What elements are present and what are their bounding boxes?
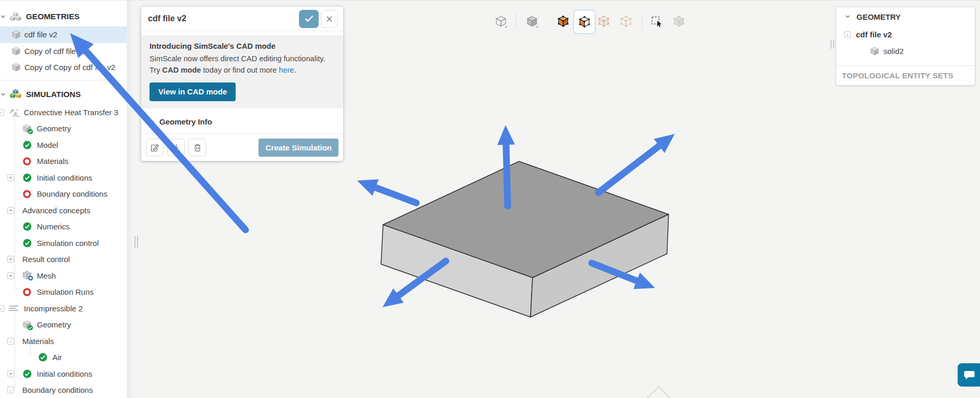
section-divider (0, 80, 128, 80)
sidebar-item-convective-heat-transfer-3[interactable]: -Convective Heat Transfer 3 (0, 104, 128, 121)
wireframe-view-icon (494, 15, 508, 28)
chevron-down-icon (0, 13, 6, 20)
check-circle-icon (38, 353, 48, 362)
sidebar-item-geometry[interactable]: Geometry (0, 317, 128, 333)
select-volumes-icon (556, 15, 570, 28)
close-icon (326, 16, 333, 22)
check-circle-icon (23, 173, 32, 182)
cube-icon (12, 30, 20, 39)
promo-line1: SimScale now offers direct CAD editing f… (149, 53, 335, 64)
sidebar-item-simulation-control[interactable]: Simulation control (0, 235, 128, 252)
cube-icon (12, 47, 20, 56)
cad-mode-promo: Introducing SimScale's CAD mode SimScale… (141, 35, 343, 108)
streamlines-icon (9, 305, 21, 311)
tree-expander[interactable]: + (7, 370, 14, 377)
select-vertices-icon (619, 15, 633, 28)
sidebar-item-initial-conditions[interactable]: +Initial conditions (0, 170, 128, 186)
download-button[interactable] (167, 139, 185, 156)
sidebar-item-simulation-runs[interactable]: Simulation Runs (0, 284, 128, 300)
toolbar-box-select-button[interactable] (646, 10, 667, 33)
cube-icon (870, 47, 879, 56)
sidebar-item-geometry[interactable]: Geometry (0, 120, 128, 137)
geometry-info-label: Geometry Info (159, 117, 212, 126)
sidebar-item-result-control[interactable]: +Result control (0, 251, 128, 268)
project-tree: GEOMETRIEScdf file v2Copy of cdf file v2… (0, 1, 128, 398)
tree-item-solid2[interactable]: solid2 (836, 43, 975, 59)
sidebar-scrollbar[interactable] (127, 1, 130, 398)
tree-item-cdf-file-v2[interactable]: - cdf file v2 (836, 26, 975, 43)
sidebar-item-copy-of-cdf-file-v2[interactable]: Copy of cdf file v2 (0, 43, 128, 60)
geometry-panel-title: cdf file v2 (148, 14, 299, 23)
toolbar-select-edges-button[interactable] (593, 10, 614, 33)
cube-icon (12, 63, 20, 72)
toolbar-select-vertices-button[interactable] (616, 10, 636, 33)
geometry-panel-header: cdf file v2 (141, 7, 343, 31)
sidebar-item-incompressible-2[interactable]: -Incompressible 2 (0, 300, 128, 317)
check-circle-icon (23, 369, 32, 378)
sidebar-item-air[interactable]: Air (0, 349, 128, 366)
chevron-down-icon (0, 91, 6, 98)
sidebar-item-numerics[interactable]: Numerics (0, 218, 128, 235)
section-header-simulations[interactable]: SIMULATIONS (0, 85, 128, 104)
toolbar-shaded-view-button[interactable] (522, 10, 542, 33)
error-ring-icon (23, 190, 32, 198)
confirm-button[interactable] (299, 10, 319, 28)
check-circle-icon (23, 239, 32, 248)
rename-button[interactable] (146, 139, 164, 156)
sidebar-item-boundary-conditions[interactable]: Boundary conditions (0, 186, 128, 202)
toolbar-select-volumes-button[interactable] (553, 10, 574, 33)
download-icon (172, 143, 181, 152)
create-simulation-button[interactable]: Create Simulation (258, 139, 338, 157)
cubes-gray-icon (10, 11, 21, 22)
toolbar-select-faces-button[interactable] (574, 10, 595, 34)
tree-expander[interactable]: - (7, 387, 14, 393)
mesh-icon (23, 271, 32, 281)
sidebar-item-advanced-concepts[interactable]: +Advanced concepts (0, 202, 128, 219)
toolbar-hidden-geometry-button[interactable] (669, 10, 689, 33)
support-chat-button[interactable] (958, 363, 980, 387)
cube-check-icon (23, 320, 32, 330)
geometry-info-section[interactable]: Geometry Info (141, 108, 343, 133)
chat-bubble-icon (963, 370, 975, 380)
shaded-view-icon (525, 15, 539, 28)
right-panel-resize-handle[interactable] (831, 40, 834, 49)
geometry-tree-header[interactable]: GEOMETRY (836, 7, 975, 26)
collapse-expander[interactable]: - (844, 31, 851, 38)
tree-expander[interactable]: - (0, 109, 4, 116)
sidebar-item-cdf-file-v2[interactable]: cdf file v2 (0, 26, 128, 43)
tree-expander[interactable]: - (0, 305, 4, 312)
tree-expander[interactable]: + (7, 256, 14, 263)
geometry-tree-panel: GEOMETRY - cdf file v2 solid2 TOPOLOGICA… (836, 7, 975, 86)
delete-button[interactable] (188, 139, 206, 156)
tree-expander[interactable]: + (7, 272, 14, 279)
view-in-cad-mode-button[interactable]: View in CAD mode (149, 83, 236, 101)
chevron-down-icon (149, 119, 155, 125)
check-circle-icon (23, 141, 32, 149)
sidebar-item-boundary-conditions[interactable]: -Boundary conditions (0, 382, 128, 398)
convective-icon (9, 108, 21, 117)
sidebar-resize-handle[interactable] (134, 236, 138, 249)
geometry-tree-title: GEOMETRY (856, 12, 901, 21)
tree-expander[interactable]: - (7, 338, 14, 345)
sidebar-item-materials[interactable]: Materials (0, 153, 128, 170)
sidebar-item-copy-of-copy-of-cdf-file-v2[interactable]: Copy of Copy of cdf file v2 (0, 59, 128, 76)
close-button[interactable] (321, 10, 338, 28)
section-header-geometries[interactable]: GEOMETRIES (0, 7, 128, 26)
sidebar-item-materials[interactable]: -Materials (0, 333, 128, 350)
trash-icon (194, 143, 201, 152)
check-icon (305, 15, 314, 22)
sidebar-item-model[interactable]: Model (0, 137, 128, 154)
toolbar-separator (642, 13, 643, 29)
geometry-panel-actions: Create Simulation (141, 133, 343, 161)
here-link[interactable]: here (279, 66, 294, 74)
hidden-geometry-icon (672, 15, 686, 28)
sidebar-item-mesh[interactable]: +Mesh (0, 268, 128, 284)
check-circle-icon (23, 222, 32, 231)
cube-check-icon (23, 124, 32, 133)
topological-entity-sets-header[interactable]: TOPOLOGICAL ENTITY SETS (836, 66, 975, 85)
toolbar-wireframe-view-button[interactable] (491, 10, 511, 33)
promo-title: Introducing SimScale's CAD mode (149, 42, 335, 50)
tree-expander[interactable]: + (7, 207, 14, 214)
sidebar-item-initial-conditions[interactable]: +Initial conditions (0, 366, 128, 382)
tree-expander[interactable]: + (7, 174, 14, 181)
